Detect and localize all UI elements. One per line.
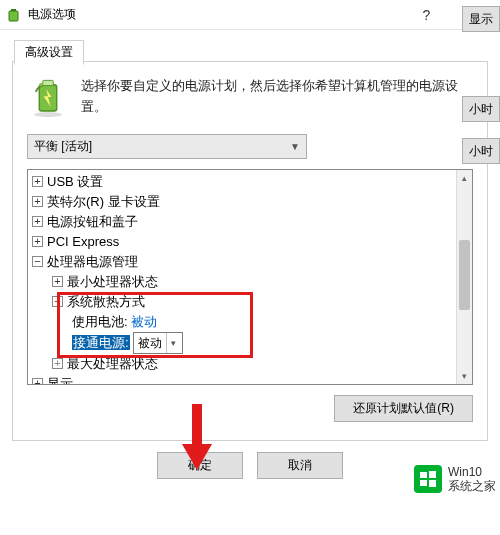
- expand-icon[interactable]: +: [32, 176, 43, 187]
- tree-item[interactable]: 处理器电源管理: [47, 254, 138, 269]
- bg-button[interactable]: 小时: [462, 96, 500, 122]
- expand-icon[interactable]: +: [32, 378, 43, 385]
- title-bar: 电源选项 ? ✕: [0, 0, 500, 30]
- help-button[interactable]: ?: [404, 0, 449, 30]
- expand-icon[interactable]: +: [32, 216, 43, 227]
- expand-icon[interactable]: +: [52, 276, 63, 287]
- tree-item[interactable]: 显示: [47, 376, 73, 385]
- expand-icon[interactable]: +: [32, 196, 43, 207]
- svg-point-2: [34, 112, 62, 117]
- svg-rect-1: [11, 9, 16, 11]
- dialog-body: 高级设置 选择你要自定义的电源计划，然后选择你希望计算机管理的电源设置。 平衡 …: [0, 30, 500, 491]
- tree-item[interactable]: 最大处理器状态: [67, 356, 158, 371]
- tree-item[interactable]: PCI Express: [47, 234, 119, 249]
- tree-value-battery[interactable]: 被动: [131, 314, 157, 329]
- tree-item[interactable]: USB 设置: [47, 174, 103, 189]
- battery-large-icon: [27, 76, 69, 118]
- scroll-thumb[interactable]: [459, 240, 470, 310]
- restore-defaults-button[interactable]: 还原计划默认值(R): [334, 395, 473, 422]
- dialog-buttons: 确定 取消: [12, 452, 488, 479]
- tab-panel: 选择你要自定义的电源计划，然后选择你希望计算机管理的电源设置。 平衡 [活动] …: [12, 61, 488, 441]
- collapse-icon[interactable]: −: [32, 256, 43, 267]
- tree-label-selected: 接通电源:: [72, 335, 130, 350]
- svg-point-5: [39, 83, 43, 87]
- bg-button[interactable]: 显示: [462, 6, 500, 32]
- bg-button[interactable]: 小时: [462, 138, 500, 164]
- cancel-button[interactable]: 取消: [257, 452, 343, 479]
- collapse-icon[interactable]: −: [52, 296, 63, 307]
- intro-row: 选择你要自定义的电源计划，然后选择你希望计算机管理的电源设置。: [27, 76, 473, 118]
- tree-item[interactable]: 电源按钮和盖子: [47, 214, 138, 229]
- chevron-down-icon: ▼: [290, 141, 300, 152]
- chevron-down-icon: ▾: [166, 333, 180, 353]
- window-title: 电源选项: [28, 6, 404, 23]
- svg-rect-4: [43, 80, 54, 85]
- scroll-up-icon[interactable]: ▴: [457, 170, 472, 186]
- battery-icon: [6, 7, 22, 23]
- tree-item[interactable]: 英特尔(R) 显卡设置: [47, 194, 160, 209]
- expand-icon[interactable]: +: [32, 236, 43, 247]
- tree-label: 使用电池:: [72, 314, 128, 329]
- power-plan-select[interactable]: 平衡 [活动] ▼: [27, 134, 307, 159]
- cooling-plugged-select[interactable]: 被动▾: [133, 332, 183, 354]
- ok-button[interactable]: 确定: [157, 452, 243, 479]
- svg-rect-0: [9, 11, 18, 21]
- tree-item[interactable]: 系统散热方式: [67, 294, 145, 309]
- intro-text: 选择你要自定义的电源计划，然后选择你希望计算机管理的电源设置。: [81, 76, 473, 118]
- scroll-down-icon[interactable]: ▾: [457, 368, 472, 384]
- expand-icon[interactable]: +: [52, 358, 63, 369]
- settings-tree[interactable]: +USB 设置 +英特尔(R) 显卡设置 +电源按钮和盖子 +PCI Expre…: [27, 169, 473, 385]
- tree-scrollbar[interactable]: ▴ ▾: [456, 170, 472, 384]
- power-plan-value: 平衡 [活动]: [34, 138, 92, 155]
- tab-strip: 高级设置: [12, 38, 488, 62]
- tab-advanced[interactable]: 高级设置: [14, 40, 84, 65]
- tree-item[interactable]: 最小处理器状态: [67, 274, 158, 289]
